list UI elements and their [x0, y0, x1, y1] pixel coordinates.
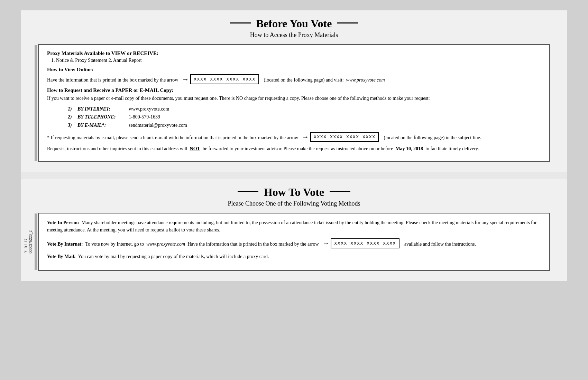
- requests-text-2: be forwarded to your investment advisor.…: [203, 146, 393, 151]
- method-num-1: 1): [68, 105, 75, 113]
- arrow-icon-2: →: [302, 132, 309, 142]
- how-to-vote-title: How To Vote: [35, 186, 553, 199]
- methods-list: 1) BY INTERNET: www.proxyvote.com 2) BY …: [68, 105, 541, 130]
- proxy-url-2: www.proxyvote.com: [146, 241, 185, 247]
- paper-email-heading: How to Request and Receive a PAPER or E-…: [47, 87, 541, 93]
- before-vote-content-box: Proxy Materials Available to VIEW or REC…: [38, 44, 550, 162]
- method-row-1: 1) BY INTERNET: www.proxyvote.com: [68, 105, 541, 113]
- dash-left-2: [238, 191, 258, 192]
- page-container: Before You Vote How to Access the Proxy …: [21, 10, 567, 281]
- dash-left: [230, 22, 251, 23]
- vote-internet-text-1: To vote now by Internet, go to: [85, 241, 144, 247]
- vote-in-person-item: Vote In Person: Many shareholder meeting…: [47, 219, 541, 234]
- side-label-line1: 0000375220_2: [29, 230, 33, 254]
- method-value-1: www.proxyvote.com: [129, 105, 169, 113]
- code-box-3: xxxx xxxx xxxx xxxx: [331, 238, 399, 249]
- before-vote-title: Before You Vote: [35, 17, 553, 30]
- how-to-vote-content-box: Vote In Person: Many shareholder meeting…: [38, 213, 550, 271]
- requests-text-3: to facilitate timely delivery.: [425, 146, 479, 151]
- requests-paragraph: Requests, instructions and other inquiri…: [47, 145, 541, 153]
- method-value-3: sendmaterial@proxyvote.com: [129, 121, 187, 130]
- method-value-2: 1-800-579-1639: [129, 113, 160, 121]
- vote-in-person-label: Vote In Person:: [47, 220, 79, 225]
- method-num-3: 3): [68, 121, 75, 130]
- view-online-text-1: Have the information that is printed in …: [47, 77, 178, 83]
- deadline-text: May 10, 2018: [395, 146, 423, 151]
- not-label: NOT: [190, 146, 200, 151]
- asterisk-text-2: (located on the following page) in the s…: [384, 135, 481, 140]
- arrow-box-2: → xxxx xxxx xxxx xxxx: [302, 132, 379, 142]
- vote-mail-item: Vote By Mail: You can vote by mail by re…: [47, 253, 541, 260]
- method-row-3: 3) BY E-MAIL*: sendmaterial@proxyvote.co…: [68, 121, 541, 130]
- side-label: R1.0.1.17 0000375220_2: [24, 230, 33, 254]
- code-box-1: xxxx xxxx xxxx xxxx: [190, 74, 259, 85]
- vote-internet-text-2: Have the information that is printed in …: [187, 241, 319, 247]
- arrow-icon-3: →: [322, 238, 329, 249]
- vote-internet-label: Vote By Internet:: [47, 241, 83, 247]
- arrow-box-3: → xxxx xxxx xxxx xxxx: [322, 238, 399, 249]
- proxy-url-1: www.proxyvote.com: [346, 77, 385, 83]
- code-box-2: xxxx xxxx xxxx xxxx: [310, 132, 379, 142]
- vote-in-person-text: Many shareholder meetings have attendanc…: [47, 220, 536, 233]
- method-name-3: BY E-MAIL*:: [77, 121, 126, 130]
- proxy-materials-label: Proxy Materials Available to VIEW or REC…: [47, 50, 541, 56]
- side-label-line2: R1.0.1.17: [24, 230, 28, 254]
- view-online-heading: How to View Online:: [47, 67, 541, 73]
- how-to-vote-section: R1.0.1.17 0000375220_2 How To Vote Pleas…: [21, 179, 567, 281]
- before-vote-subtitle: How to Access the Proxy Materials: [35, 31, 553, 39]
- view-online-paragraph: Have the information that is printed in …: [47, 74, 541, 85]
- dash-right: [337, 22, 358, 23]
- method-name-2: BY TELEPHONE:: [77, 113, 126, 121]
- asterisk-text-1: * If requesting materials by e-mail, ple…: [47, 135, 298, 140]
- paper-email-text: If you want to receive a paper or e-mail…: [47, 95, 541, 102]
- vote-mail-text: You can vote by mail by requesting a pap…: [78, 254, 269, 259]
- vote-mail-label: Vote By Mail:: [47, 254, 76, 259]
- requests-text-1: Requests, instructions and other inquiri…: [47, 146, 187, 151]
- asterisk-paragraph: * If requesting materials by e-mail, ple…: [47, 132, 541, 142]
- view-online-text-2: (located on the following page) and visi…: [264, 77, 344, 83]
- vote-internet-text-3: available and follow the instructions.: [404, 241, 476, 247]
- arrow-box-1: → xxxx xxxx xxxx xxxx: [182, 74, 259, 85]
- how-to-vote-subtitle: Please Choose One of the Following Votin…: [35, 200, 553, 207]
- method-name-1: BY INTERNET:: [77, 105, 126, 113]
- arrow-icon-1: →: [182, 74, 189, 85]
- method-num-2: 2): [68, 113, 75, 121]
- method-row-2: 2) BY TELEPHONE: 1-800-579-1639: [68, 113, 541, 121]
- materials-list: 1. Notice & Proxy Statement 2. Annual Re…: [51, 58, 541, 63]
- dash-right-2: [330, 191, 350, 192]
- before-vote-title-text: Before You Vote: [256, 17, 332, 30]
- before-vote-section: Before You Vote How to Access the Proxy …: [21, 10, 567, 172]
- vote-internet-item: Vote By Internet: To vote now by Interne…: [47, 238, 541, 249]
- how-to-vote-title-text: How To Vote: [264, 186, 324, 199]
